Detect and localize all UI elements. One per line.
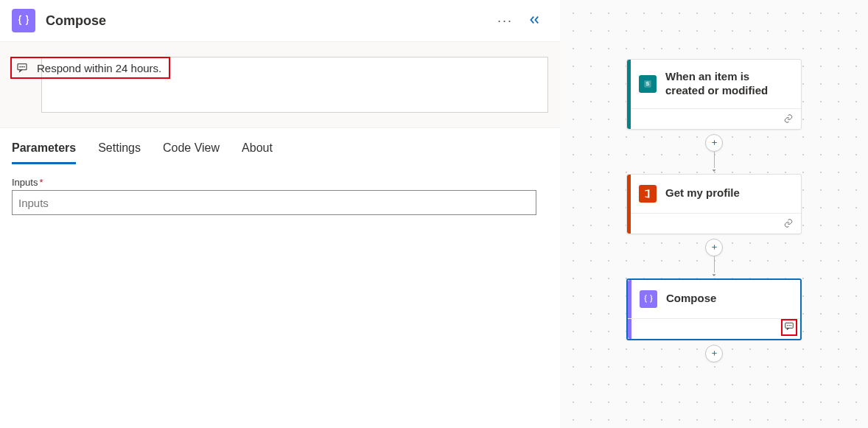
add-step-button[interactable]	[705, 239, 723, 256]
panel-header: Compose ···	[0, 0, 560, 41]
inputs-label: Inputs*	[12, 177, 548, 188]
tab-about[interactable]: About	[242, 141, 273, 164]
connector	[705, 130, 723, 174]
svg-point-9	[791, 325, 791, 326]
svg-point-7	[787, 325, 788, 326]
card-get-profile[interactable]: Get my profile	[626, 174, 802, 234]
comment-icon	[784, 321, 794, 331]
office-icon	[639, 185, 657, 203]
svg-point-1	[20, 66, 21, 67]
flow-column: S When an item is created or modified Ge…	[626, 59, 802, 362]
connector	[705, 234, 723, 278]
svg-text:S: S	[646, 81, 650, 86]
parameters-section: Inputs*	[0, 164, 560, 228]
card-compose[interactable]: Compose	[626, 278, 802, 340]
tab-parameters[interactable]: Parameters	[12, 141, 76, 164]
card-title: Compose	[666, 292, 716, 306]
comment-icon	[16, 62, 28, 74]
braces-icon	[640, 290, 657, 308]
arrow-down-icon	[710, 273, 718, 278]
tabs: Parameters Settings Code View About	[0, 128, 560, 164]
note-text: Respond within 24 hours.	[37, 62, 161, 74]
details-panel: Compose ··· Respond within 24 hours. Par…	[0, 0, 560, 428]
more-menu-button[interactable]: ···	[490, 13, 520, 29]
add-step-button[interactable]	[705, 345, 723, 362]
card-trigger[interactable]: S When an item is created or modified	[626, 59, 802, 130]
inputs-field[interactable]	[12, 190, 536, 215]
card-title: When an item is created or modified	[665, 70, 791, 98]
collapse-panel-button[interactable]	[520, 13, 548, 29]
arrow-down-icon	[710, 168, 718, 174]
note-area: Respond within 24 hours.	[0, 41, 560, 128]
svg-point-8	[789, 325, 790, 326]
tab-settings[interactable]: Settings	[98, 141, 141, 164]
add-step-button[interactable]	[705, 134, 723, 152]
braces-icon	[12, 9, 35, 32]
connector	[705, 340, 723, 362]
card-title: Get my profile	[665, 186, 740, 200]
note-highlight: Respond within 24 hours.	[10, 57, 170, 79]
svg-point-3	[24, 66, 24, 67]
svg-point-2	[22, 66, 23, 67]
sharepoint-icon: S	[639, 75, 657, 93]
panel-title: Compose	[46, 13, 106, 29]
link-icon	[783, 113, 794, 124]
flow-canvas[interactable]: S When an item is created or modified Ge…	[560, 0, 868, 428]
note-indicator-highlight	[781, 319, 797, 336]
tab-code-view[interactable]: Code View	[163, 141, 220, 164]
link-icon	[783, 218, 794, 228]
